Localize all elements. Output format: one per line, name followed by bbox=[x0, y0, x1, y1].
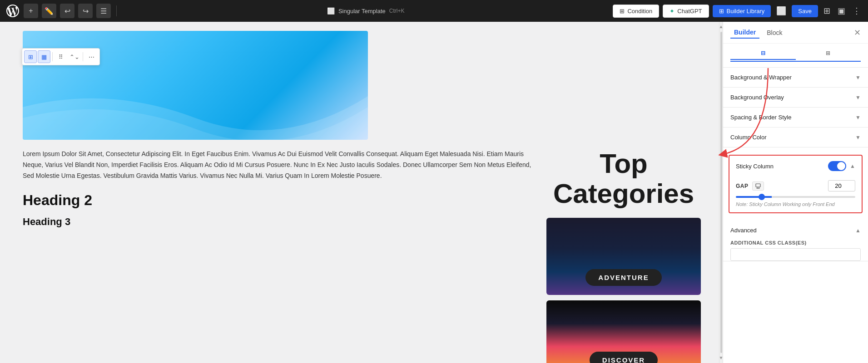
template-icon: ⬜ bbox=[327, 7, 335, 15]
chatgpt-label: ChatGPT bbox=[677, 8, 702, 15]
more-options-button[interactable]: ⋯ bbox=[85, 50, 98, 63]
spacing-border-title: Spacing & Border Style bbox=[730, 114, 791, 121]
wordpress-logo bbox=[5, 4, 20, 18]
sidebar-wrapper: ▲ ▼ Builder Block ✕ ⊟ ⊞ bbox=[719, 22, 868, 363]
hero-image bbox=[23, 31, 368, 140]
sidebar-scroll-content[interactable]: ⊟ ⊞ Background & Wrapper ▼ bbox=[723, 44, 868, 363]
sidebar: Builder Block ✕ ⊟ ⊞ bbox=[723, 22, 868, 363]
sticky-column-section: Sticky Column ▲ GAP bbox=[729, 155, 863, 213]
redo-button[interactable]: ↪ bbox=[78, 4, 93, 18]
sticky-column-body: GAP bbox=[729, 177, 862, 212]
background-overlay-header[interactable]: Background Overlay ▼ bbox=[723, 88, 868, 107]
spacing-border-header[interactable]: Spacing & Border Style ▼ bbox=[723, 108, 868, 127]
condition-button[interactable]: ⊞ Condition bbox=[613, 5, 659, 18]
scroll-track: ▲ ▼ bbox=[719, 22, 723, 363]
css-label: ADDITIONAL CSS CLASS(ES) bbox=[730, 240, 861, 245]
sidebar-tab-builder[interactable]: Builder bbox=[730, 27, 759, 39]
template-title-area: ⬜ Singular Template Ctrl+K bbox=[122, 7, 609, 15]
left-column: Lorem Ipsum Dolor Sit Amet, Consectetur … bbox=[23, 149, 537, 363]
responsive-icon[interactable]: ⬜ bbox=[774, 4, 788, 18]
grid-view-icon[interactable]: ⊞ bbox=[822, 4, 832, 18]
background-wrapper-title: Background & Wrapper bbox=[730, 74, 792, 81]
add-element-button[interactable]: + bbox=[24, 4, 38, 18]
body-text: Lorem Ipsum Dolor Sit Amet, Consectetur … bbox=[23, 149, 537, 181]
sticky-column-toggle[interactable] bbox=[828, 161, 846, 171]
grid-layout-button[interactable]: ⊞ bbox=[24, 50, 37, 63]
template-shortcut: Ctrl+K bbox=[389, 8, 405, 14]
gap-value-input[interactable] bbox=[828, 180, 855, 191]
adventure-label: ADVENTURE bbox=[585, 269, 661, 286]
svg-rect-0 bbox=[756, 184, 760, 187]
arrows-button[interactable]: ⌃⌄ bbox=[68, 50, 81, 63]
toolbar-separator-2 bbox=[83, 52, 83, 61]
chatgpt-button[interactable]: ✦ ChatGPT bbox=[663, 5, 709, 18]
condition-label: Condition bbox=[627, 8, 652, 15]
toggle-knob bbox=[837, 162, 845, 170]
section-background-overlay: Background Overlay ▼ bbox=[723, 88, 868, 108]
sidebar-close-button[interactable]: ✕ bbox=[854, 28, 861, 38]
advanced-title: Advanced bbox=[730, 227, 757, 234]
top-categories-heading: Top Categories bbox=[546, 149, 701, 209]
right-column: Top Categories ADVENTURE DISCOVER bbox=[546, 149, 701, 363]
section-spacing-border: Spacing & Border Style ▼ bbox=[723, 108, 868, 128]
canvas-content: Lorem Ipsum Dolor Sit Amet, Consectetur … bbox=[0, 22, 719, 363]
floating-toolbar: ⊞ ▦ ⠿ ⌃⌄ ⋯ bbox=[22, 48, 100, 65]
save-button[interactable]: Save bbox=[792, 5, 818, 17]
drag-handle-button[interactable]: ⠿ bbox=[55, 50, 67, 63]
sticky-note: Note: Sticky Column Working only Front E… bbox=[736, 201, 855, 207]
sticky-column-header[interactable]: Sticky Column ▲ bbox=[729, 156, 862, 177]
advanced-header[interactable]: Advanced ▲ bbox=[723, 221, 868, 240]
background-overlay-title: Background Overlay bbox=[730, 94, 784, 101]
topbar: + ✏️ ↩ ↪ ☰ ⬜ Singular Template Ctrl+K ⊞ … bbox=[0, 0, 868, 22]
undo-button[interactable]: ↩ bbox=[60, 4, 74, 18]
discover-image: DISCOVER bbox=[546, 300, 701, 363]
top-categories-line1: Top bbox=[600, 148, 648, 179]
sidebar-tab-block[interactable]: Block bbox=[763, 27, 786, 38]
column-color-title: Column Color bbox=[730, 134, 766, 141]
toolbar-separator bbox=[52, 52, 53, 61]
adventure-image: ADVENTURE bbox=[546, 218, 701, 295]
top-categories-line2: Categories bbox=[553, 178, 694, 209]
sticky-column-title: Sticky Column bbox=[736, 163, 774, 170]
gap-label: GAP bbox=[736, 183, 749, 189]
sticky-chevron[interactable]: ▲ bbox=[850, 163, 855, 169]
template-name: Singular Template bbox=[338, 8, 386, 15]
sidebar-toggle-icon[interactable]: ▣ bbox=[836, 4, 847, 18]
sticky-controls: ▲ bbox=[828, 161, 855, 171]
section-column-color: Column Color ▼ bbox=[723, 128, 868, 147]
discover-label: DISCOVER bbox=[590, 352, 658, 363]
separator bbox=[116, 5, 117, 16]
two-column-layout: Lorem Ipsum Dolor Sit Amet, Consectetur … bbox=[23, 149, 701, 363]
column-color-chevron: ▼ bbox=[855, 134, 861, 141]
advanced-chevron: ▲ bbox=[855, 227, 861, 234]
background-wrapper-header[interactable]: Background & Wrapper ▼ bbox=[723, 68, 868, 87]
scroll-thumb bbox=[720, 32, 722, 353]
topbar-actions: ⊞ Condition ✦ ChatGPT ⊞ Builder Library … bbox=[613, 4, 863, 18]
column-type-tab-1[interactable]: ⊟ bbox=[730, 47, 796, 60]
css-class-input[interactable] bbox=[730, 248, 861, 261]
gap-unit-button[interactable] bbox=[752, 182, 764, 191]
main-layout: ⊞ ▦ ⠿ ⌃⌄ ⋯ Lorem Ipsum Dolor Sit Amet, C… bbox=[0, 22, 868, 363]
column-color-header[interactable]: Column Color ▼ bbox=[723, 128, 868, 147]
sticky-section-wrapper: Sticky Column ▲ GAP bbox=[723, 147, 868, 221]
builder-library-button[interactable]: ⊞ Builder Library bbox=[713, 5, 771, 17]
background-wrapper-chevron: ▼ bbox=[855, 74, 861, 81]
more-options-icon[interactable]: ⋮ bbox=[851, 4, 863, 18]
menu-button[interactable]: ☰ bbox=[96, 4, 111, 18]
chatgpt-icon: ✦ bbox=[670, 8, 675, 15]
category-images: ADVENTURE DISCOVER bbox=[546, 218, 701, 363]
style-button[interactable]: ✏️ bbox=[42, 4, 56, 18]
section-advanced: Advanced ▲ ADDITIONAL CSS CLASS(ES) bbox=[723, 221, 868, 261]
gap-row: GAP bbox=[736, 180, 855, 191]
gap-slider[interactable] bbox=[736, 196, 855, 198]
columns-button[interactable]: ▦ bbox=[38, 50, 50, 63]
canvas-area[interactable]: ⊞ ▦ ⠿ ⌃⌄ ⋯ Lorem Ipsum Dolor Sit Amet, C… bbox=[0, 22, 719, 363]
column-type-tabs: ⊟ ⊞ bbox=[723, 44, 868, 67]
advanced-body: ADDITIONAL CSS CLASS(ES) bbox=[723, 240, 868, 261]
background-overlay-chevron: ▼ bbox=[855, 94, 861, 101]
heading3: Heading 3 bbox=[23, 216, 537, 228]
sidebar-header: Builder Block ✕ bbox=[723, 22, 868, 44]
column-type-tab-2[interactable]: ⊞ bbox=[796, 47, 861, 60]
monitor-icon bbox=[755, 183, 761, 189]
slider-wrap bbox=[736, 196, 855, 198]
